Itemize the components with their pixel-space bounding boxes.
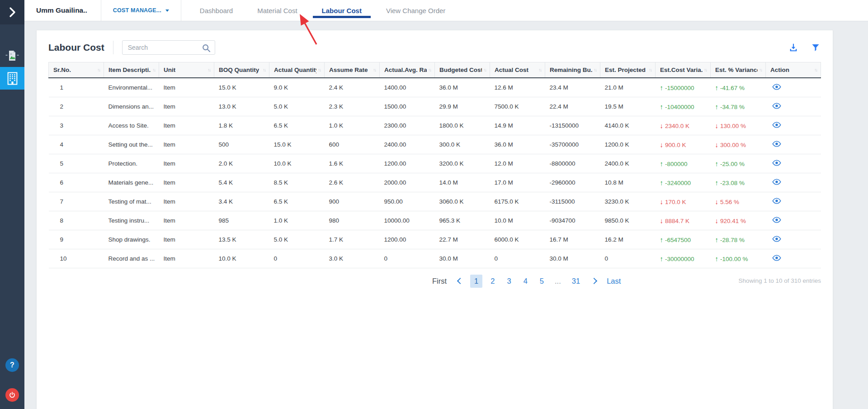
search-input[interactable] xyxy=(123,44,215,51)
cell-actual_cost: 17.0 M xyxy=(490,173,545,192)
cell-unit: Item xyxy=(159,154,214,173)
cell-est_pct_variance: ↑-34.78 % xyxy=(711,97,766,116)
cell-budgeted_cost: 3060.0 K xyxy=(435,192,490,211)
column-header-est_pct_variance[interactable]: Est. % Variance↑↓ xyxy=(711,62,766,78)
cell-action xyxy=(766,211,821,230)
project-name[interactable]: Umm Guailina.. xyxy=(24,0,101,21)
variance-value: -41.67 % xyxy=(720,85,745,91)
cell-actual_avg_rate: 1400.00 xyxy=(380,78,435,97)
pagination-page-4[interactable]: 4 xyxy=(519,275,532,288)
arrow-up-icon: ↑ xyxy=(715,255,719,262)
pagination-page-2[interactable]: 2 xyxy=(486,275,499,288)
table-row: 1Environmental...Item15.0 K9.0 K2.4 K140… xyxy=(49,78,821,97)
arrow-up-icon: ↑ xyxy=(660,179,664,186)
variance-value: -3240000 xyxy=(665,180,691,186)
sidebar-item-project-documents[interactable] xyxy=(0,44,24,67)
column-header-boq_quantity[interactable]: BOQ Quantity↑↓ xyxy=(214,62,269,78)
table-row: 10Record and as ...Item10.0 K03.0 K030.0… xyxy=(49,249,821,268)
view-details-button[interactable] xyxy=(770,84,781,90)
cell-est_projected: 19.5 M xyxy=(600,97,656,116)
column-header-budgeted_cost[interactable]: Budgeted Cost↑↓ xyxy=(435,62,490,78)
sidebar-item-cost-management[interactable] xyxy=(0,67,24,90)
cell-action xyxy=(766,249,821,268)
arrow-up-icon: ↑ xyxy=(715,160,719,167)
cell-est_pct_variance: ↑-23.08 % xyxy=(711,173,766,192)
cell-assume_rate: 1.6 K xyxy=(325,154,380,173)
cell-actual_quantity: 5.0 K xyxy=(269,97,325,116)
view-details-button[interactable] xyxy=(770,141,781,147)
pagination-prev-icon[interactable] xyxy=(457,278,463,284)
cell-remaining_budget: -13150000 xyxy=(545,116,600,135)
column-header-est_projected[interactable]: Est. Projected ...↑↓ xyxy=(600,62,656,78)
eye-icon xyxy=(772,122,781,128)
pagination-page-5[interactable]: 5 xyxy=(536,275,548,288)
view-details-button[interactable] xyxy=(770,217,781,223)
cell-est_cost_variance: ↑-10400000 xyxy=(656,97,711,116)
tab-dashboard[interactable]: Dashboard xyxy=(188,0,245,21)
cell-unit: Item xyxy=(159,230,214,249)
filter-button[interactable] xyxy=(811,43,820,52)
cell-boq_quantity: 3.4 K xyxy=(214,192,269,211)
cell-est_pct_variance: ↑-28.78 % xyxy=(711,230,766,249)
tab-bar: DashboardMaterial CostLabour CostView Ch… xyxy=(188,0,458,21)
pagination-page-1[interactable]: 1 xyxy=(470,275,482,288)
column-header-unit[interactable]: Unit↑↓ xyxy=(159,62,214,78)
column-header-actual_cost[interactable]: Actual Cost↑↓ xyxy=(490,62,545,78)
tab-material-cost[interactable]: Material Cost xyxy=(245,0,309,21)
cell-sr: 10 xyxy=(49,249,104,268)
view-details-button[interactable] xyxy=(770,198,781,204)
pagination-last[interactable]: Last xyxy=(607,277,621,285)
sidebar-expand-button[interactable] xyxy=(0,0,24,24)
column-header-actual_avg_rate[interactable]: Actual.Avg. Ra...↑↓ xyxy=(380,62,435,78)
sort-arrows-icon: ↑↓ xyxy=(594,67,596,72)
column-header-sr[interactable]: Sr.No.↑↓ xyxy=(49,62,104,78)
cell-actual_avg_rate: 10000.00 xyxy=(380,211,435,230)
view-details-button[interactable] xyxy=(770,236,781,242)
eye-icon xyxy=(772,160,781,166)
cell-est_pct_variance: ↓5.56 % xyxy=(711,192,766,211)
column-header-remaining_budget[interactable]: Remaining Bu...↑↓ xyxy=(545,62,600,78)
cell-action xyxy=(766,192,821,211)
pagination-page-31[interactable]: 31 xyxy=(568,275,584,288)
cell-sr: 7 xyxy=(49,192,104,211)
download-button[interactable] xyxy=(788,43,798,52)
column-header-item[interactable]: Item Descripti...↑↓ xyxy=(104,62,159,78)
pagination-ellipsis: ... xyxy=(552,275,564,288)
cell-action xyxy=(766,97,821,116)
column-header-assume_rate[interactable]: Assume Rate↑↓ xyxy=(325,62,380,78)
cell-sr: 5 xyxy=(49,154,104,173)
card-header: Labour Cost xyxy=(48,30,821,62)
cell-actual_cost: 0 xyxy=(490,249,545,268)
cell-sr: 3 xyxy=(49,116,104,135)
cell-actual_quantity: 6.5 K xyxy=(269,116,325,135)
arrow-down-icon: ↓ xyxy=(715,122,719,129)
pagination-first[interactable]: First xyxy=(432,277,447,285)
variance-value: 2340.0 K xyxy=(665,123,689,129)
tab-view-change-order[interactable]: View Change Order xyxy=(374,0,458,21)
sort-arrows-icon: ↑↓ xyxy=(318,67,321,72)
view-details-button[interactable] xyxy=(770,179,781,185)
column-header-action[interactable]: Action↑↓ xyxy=(766,62,821,78)
tab-labour-cost[interactable]: Labour Cost xyxy=(310,0,374,21)
module-dropdown[interactable]: COST MANAGE... xyxy=(101,0,181,21)
view-details-button[interactable] xyxy=(770,255,781,261)
pagination-page-3[interactable]: 3 xyxy=(503,275,515,288)
view-details-button[interactable] xyxy=(770,103,781,109)
help-button[interactable]: ? xyxy=(5,358,19,372)
cell-action xyxy=(766,78,821,97)
column-header-est_cost_variance[interactable]: Est.Cost Varia...↑↓ xyxy=(656,62,711,78)
cell-est_cost_variance: ↓2340.0 K xyxy=(656,116,711,135)
pagination-next-icon[interactable] xyxy=(591,278,597,284)
cell-actual_avg_rate: 1200.00 xyxy=(380,154,435,173)
arrow-down-icon: ↓ xyxy=(715,198,719,205)
variance-value: 5.56 % xyxy=(720,199,739,205)
search-icon[interactable] xyxy=(202,43,211,54)
arrow-up-icon: ↑ xyxy=(660,236,664,243)
logout-button[interactable] xyxy=(5,388,19,402)
view-details-button[interactable] xyxy=(770,122,781,128)
cell-est_projected: 21.0 M xyxy=(600,78,656,97)
cell-assume_rate: 980 xyxy=(325,211,380,230)
column-header-actual_quantity[interactable]: Actual Quantity↑↓ xyxy=(269,62,325,78)
module-dropdown-label: COST MANAGE... xyxy=(113,7,161,14)
view-details-button[interactable] xyxy=(770,160,781,166)
